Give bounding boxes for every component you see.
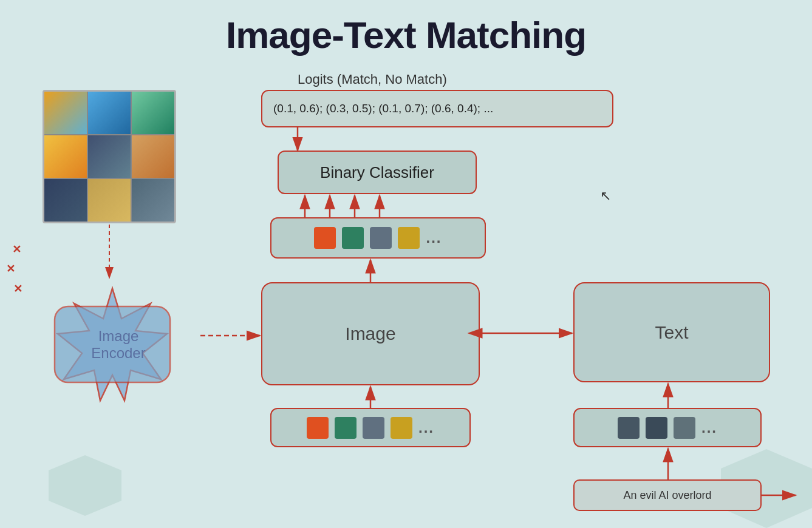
logits-values: (0.1, 0.6); (0.3, 0.5); (0.1, 0.7); (0.6… bbox=[273, 102, 493, 115]
token-ellipsis-top: ... bbox=[426, 229, 442, 246]
image-grid bbox=[43, 90, 176, 223]
token-green-top bbox=[342, 227, 364, 249]
svg-marker-0 bbox=[49, 455, 121, 516]
x-marker-1: ✕ bbox=[12, 243, 21, 256]
cursor-icon: ↖ bbox=[600, 188, 611, 204]
grid-cell-8 bbox=[88, 179, 131, 222]
x-marker-3: ✕ bbox=[13, 282, 22, 296]
grid-cell-5 bbox=[88, 135, 131, 178]
binary-classifier-box: Binary Classifier bbox=[278, 151, 477, 194]
token-gray-bottom-img bbox=[363, 417, 384, 439]
text-label: Text bbox=[655, 322, 688, 343]
text-box: Text bbox=[573, 282, 770, 382]
image-label: Image bbox=[345, 323, 395, 344]
token-ellipsis-bottom-img: ... bbox=[418, 419, 434, 436]
image-encoder-container bbox=[30, 279, 194, 410]
page-title: Image-Text Matching bbox=[0, 0, 812, 56]
svg-rect-2 bbox=[55, 306, 170, 382]
grid-cell-9 bbox=[132, 179, 174, 222]
token-gray-top bbox=[370, 227, 392, 249]
image-box: Image bbox=[261, 282, 480, 385]
token-dark2-bottom-text bbox=[646, 417, 667, 439]
token-dark1-bottom-text bbox=[618, 417, 640, 439]
logits-box: (0.1, 0.6); (0.3, 0.5); (0.1, 0.7); (0.6… bbox=[261, 90, 613, 127]
token-yellow-bottom-img bbox=[391, 417, 412, 439]
tokens-row-bottom-text: ... bbox=[573, 408, 762, 447]
tokens-row-top: ... bbox=[270, 217, 486, 259]
token-green-bottom-img bbox=[335, 417, 357, 439]
evil-ai-label: An evil AI overlord bbox=[623, 489, 711, 502]
grid-cell-2 bbox=[88, 92, 131, 134]
evil-ai-box: An evil AI overlord bbox=[573, 479, 762, 511]
token-ellipsis-bottom-text: ... bbox=[701, 419, 717, 436]
grid-cell-6 bbox=[132, 135, 174, 178]
grid-cell-3 bbox=[132, 92, 174, 134]
token-orange-bottom-img bbox=[307, 417, 329, 439]
tokens-row-bottom-image: ... bbox=[270, 408, 471, 447]
binary-classifier-label: Binary Classifier bbox=[320, 163, 434, 182]
token-orange-top bbox=[314, 227, 336, 249]
grid-cell-4 bbox=[44, 135, 87, 178]
grid-cell-1 bbox=[44, 92, 87, 134]
grid-cell-7 bbox=[44, 179, 87, 222]
token-yellow-top bbox=[398, 227, 420, 249]
token-dark3-bottom-text bbox=[674, 417, 695, 439]
encoder-star-shape bbox=[36, 285, 188, 404]
logits-label: Logits (Match, No Match) bbox=[298, 72, 447, 87]
x-marker-2: ✕ bbox=[6, 262, 15, 276]
